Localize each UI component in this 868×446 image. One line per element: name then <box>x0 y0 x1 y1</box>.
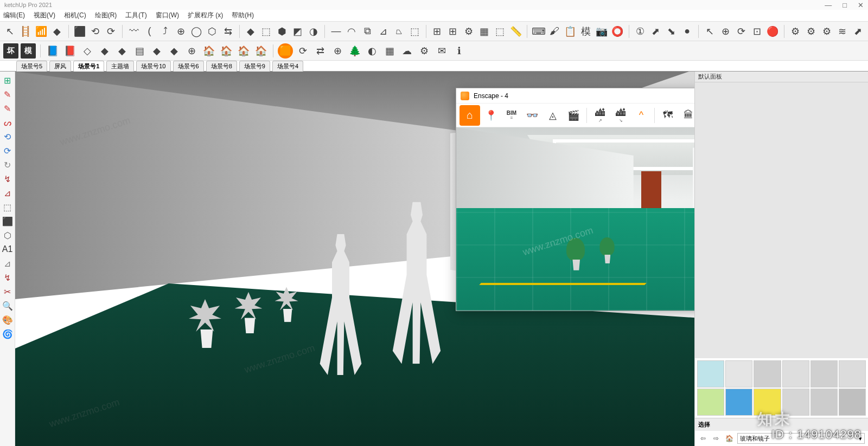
toolbar2-button-1[interactable]: 📕 <box>62 43 78 59</box>
left-tool-18[interactable]: 🌀 <box>1 327 14 340</box>
toolbar2-enscape-button-4[interactable]: 🌲 <box>347 43 362 59</box>
toolbar1-button-48[interactable]: ⚙ <box>820 24 833 39</box>
menu-window[interactable]: 窗口(W) <box>156 11 179 20</box>
enscape-tool-7[interactable]: 🏙↘ <box>611 106 630 125</box>
scene-tab-7[interactable]: 场景号9 <box>239 61 270 72</box>
minimize-button[interactable]: — <box>825 1 832 9</box>
left-tool-12[interactable]: A1 <box>1 243 14 256</box>
toolbar1-button-18[interactable]: ◑ <box>307 24 320 39</box>
left-tool-0[interactable]: ⊞ <box>1 74 14 87</box>
toolbar2-enscape-button-6[interactable]: ▦ <box>382 43 397 59</box>
toolbar1-button-39[interactable]: ⬊ <box>665 24 678 39</box>
toolbar1-button-16[interactable]: ⬢ <box>275 24 289 39</box>
toolbar1-button-8[interactable]: ( <box>143 24 156 39</box>
toolbar1-button-44[interactable]: ⊡ <box>750 24 764 39</box>
toolbar2-enscape-button-8[interactable]: ⚙ <box>417 43 432 59</box>
toolbar1-button-11[interactable]: ◯ <box>190 24 203 39</box>
toolbar1-button-5[interactable]: ⟲ <box>89 24 103 39</box>
toolbar1-button-25[interactable]: ⊞ <box>431 24 444 39</box>
left-tool-9[interactable]: ⬚ <box>1 201 14 214</box>
material-nav-forward-button[interactable]: ⇨ <box>711 435 721 442</box>
scene-tab-2[interactable]: 场景号1 <box>73 61 104 72</box>
toolbar1-button-6[interactable]: ⟳ <box>104 24 118 39</box>
toolbar1-button-26[interactable]: ⊞ <box>446 24 459 39</box>
toolbar1-button-9[interactable]: ⤴ <box>158 24 172 39</box>
toolbar1-button-33[interactable]: 📋 <box>564 24 577 39</box>
toolbar1-button-27[interactable]: ⚙ <box>462 24 475 39</box>
material-nav-back-button[interactable]: ⇦ <box>698 435 708 442</box>
material-swatch-7[interactable] <box>725 389 752 416</box>
left-tool-1[interactable]: ✎ <box>1 88 14 101</box>
toolbar1-button-1[interactable]: 🪜 <box>19 24 33 39</box>
toolbar1-button-41[interactable]: ↖ <box>703 24 717 39</box>
toolbar1-button-30[interactable]: 📏 <box>509 24 522 39</box>
material-swatch-10[interactable] <box>810 389 838 416</box>
menu-view[interactable]: 视图(V) <box>34 11 55 20</box>
toolbar1-button-50[interactable]: ⬈ <box>851 24 865 39</box>
left-tool-4[interactable]: ⟲ <box>1 130 14 143</box>
scene-tab-8[interactable]: 场景号4 <box>272 61 303 72</box>
left-tool-10[interactable]: ⬛ <box>1 215 14 228</box>
enscape-tool-0[interactable]: 📍 <box>481 106 501 125</box>
toolbar1-button-4[interactable]: ⬛ <box>73 24 87 39</box>
toolbar1-button-38[interactable]: ⬈ <box>649 24 662 39</box>
menu-tools[interactable]: 工具(T) <box>125 11 146 20</box>
toolbar1-button-42[interactable]: ⊕ <box>719 24 732 39</box>
left-tool-16[interactable]: 🔍 <box>1 299 14 312</box>
enscape-tool-10[interactable]: 🗺 <box>658 106 678 125</box>
toolbar1-button-29[interactable]: ⬚ <box>493 24 507 39</box>
toolbar2-button-6[interactable]: ◆ <box>149 43 164 59</box>
menu-draw[interactable]: 绘图(R) <box>95 11 117 20</box>
toolbar2-button-10[interactable]: 🏠 <box>219 43 234 59</box>
toolbar1-button-7[interactable]: 〰 <box>127 24 141 39</box>
material-swatch-11[interactable] <box>839 389 866 416</box>
toolbar2-badge-1[interactable]: 模 <box>21 43 36 59</box>
menu-camera[interactable]: 相机(C) <box>64 11 86 20</box>
toolbar1-button-14[interactable]: ◆ <box>244 24 258 39</box>
scene-tab-5[interactable]: 场景号6 <box>173 61 204 72</box>
material-swatch-6[interactable] <box>697 389 724 416</box>
toolbar1-button-10[interactable]: ⊕ <box>174 24 188 39</box>
toolbar1-button-28[interactable]: ▦ <box>477 24 491 39</box>
toolbar2-enscape-button-7[interactable]: ☁ <box>399 43 414 59</box>
toolbar1-button-23[interactable]: ⏢ <box>392 24 406 39</box>
material-swatch-3[interactable] <box>782 360 809 387</box>
toolbar1-button-20[interactable]: ◠ <box>345 24 359 39</box>
scene-tab-4[interactable]: 场景号10 <box>136 61 170 72</box>
close-button[interactable]: ✕ <box>858 1 864 9</box>
scene-tab-6[interactable]: 场景号8 <box>206 61 237 72</box>
left-tool-17[interactable]: 🎨 <box>1 313 14 326</box>
material-swatch-5[interactable] <box>839 360 866 387</box>
toolbar2-button-0[interactable]: 📘 <box>45 43 60 59</box>
left-tool-14[interactable]: ↯ <box>1 271 14 284</box>
toolbar2-enscape-button-2[interactable]: ⇄ <box>312 43 328 59</box>
tray-title[interactable]: 默认面板 <box>695 72 868 82</box>
toolbar2-button-7[interactable]: ◆ <box>167 43 182 59</box>
enscape-tool-4[interactable]: 🎬 <box>564 106 583 125</box>
toolbar1-button-12[interactable]: ⬡ <box>206 24 219 39</box>
enscape-tool-1[interactable]: BIM≡ <box>502 106 521 125</box>
menu-extensions[interactable]: 扩展程序 (x) <box>188 11 223 20</box>
maximize-button[interactable]: □ <box>843 1 847 9</box>
material-swatch-0[interactable] <box>697 360 724 387</box>
toolbar1-button-17[interactable]: ◩ <box>291 24 304 39</box>
menu-edit[interactable]: 编辑(E) <box>3 11 25 20</box>
left-tool-15[interactable]: ✂ <box>1 285 14 298</box>
model-viewport[interactable]: www.znzmo.com www.znzmo.com www.znzmo.co… <box>15 72 868 446</box>
scene-tab-0[interactable]: 场景号5 <box>16 61 47 72</box>
toolbar1-button-24[interactable]: ⬚ <box>408 24 422 39</box>
toolbar1-button-46[interactable]: ⚙ <box>789 24 802 39</box>
toolbar1-button-49[interactable]: ≋ <box>835 24 849 39</box>
toolbar1-button-0[interactable]: ↖ <box>3 24 17 39</box>
enscape-home-button[interactable]: ⌂ <box>459 105 480 126</box>
left-tool-13[interactable]: ⊿ <box>1 257 14 270</box>
left-tool-6[interactable]: ↻ <box>1 158 14 171</box>
left-tool-11[interactable]: ⬡ <box>1 229 14 242</box>
toolbar1-button-19[interactable]: — <box>329 24 343 39</box>
toolbar2-button-4[interactable]: ◆ <box>114 43 130 59</box>
enscape-tool-6[interactable]: 🏙↗ <box>590 106 610 125</box>
toolbar1-button-45[interactable]: 🔴 <box>766 24 780 39</box>
toolbar1-button-15[interactable]: ⬚ <box>260 24 273 39</box>
toolbar1-button-34[interactable]: 模 <box>579 24 593 39</box>
toolbar1-button-2[interactable]: 📶 <box>35 24 48 39</box>
